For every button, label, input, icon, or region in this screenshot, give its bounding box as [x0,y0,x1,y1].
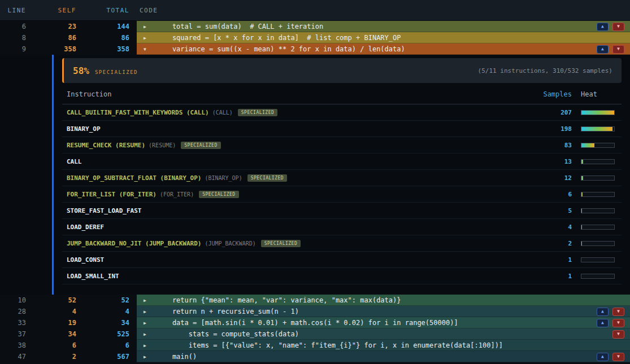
code-cell[interactable]: ▶ return n + recursive_sum(n - 1)▲▼ [137,306,630,317]
self-sample-count: 2 [31,351,81,362]
source-code-text: items = [{"value": x, "name": f"item_{i}… [156,341,503,349]
line-number: 8 [0,32,31,43]
code-row-line-9: 9358358▼ variance = sum((x - mean) ** 2 … [0,43,630,55]
instruction-row: CALL13 [62,154,622,170]
expand-row-icon[interactable]: ▶ [144,343,151,348]
heat-cell [572,110,617,115]
line-number: 9 [0,43,31,55]
row-nav-buttons: ▲▼ [597,319,630,327]
self-sample-count: 86 [31,32,81,43]
instruction-row: BINARY_OP198 [62,121,622,137]
code-rows-top: 623144▶ total = sum(data) # CALL + itera… [0,21,630,55]
heat-bar [581,159,615,164]
instruction-base-opcode: (FOR_ITER) [160,191,194,198]
line-number: 33 [0,317,31,328]
total-sample-count: 358 [81,43,133,55]
heat-bar [581,241,615,246]
expand-row-icon[interactable]: ▶ [144,309,151,314]
instruction-name: LOAD_SMALL_INT [67,273,119,280]
heat-cell [572,208,617,213]
self-sample-count: 6 [31,340,81,351]
heat-cell [572,225,617,230]
instruction-row: STORE_FAST_LOAD_FAST5 [62,203,622,219]
heat-cell [572,257,617,262]
heat-bar [581,225,615,230]
line-number: 10 [0,295,31,306]
expand-row-icon[interactable]: ▶ [144,298,151,303]
instruction-sample-count: 83 [527,142,572,149]
total-sample-count: 567 [81,351,133,362]
instruction-name: CALL_BUILTIN_FAST_WITH_KEYWORDS (CALL) [67,109,209,116]
code-cell[interactable]: ▶ total = sum(data) # CALL + iteration▲▼ [137,21,630,32]
heat-cell [572,126,617,131]
expand-row-icon[interactable]: ▶ [144,36,151,41]
jump-to-callee-button[interactable]: ▼ [612,23,624,31]
code-cell[interactable]: ▶ stats = compute_stats(data)▼ [137,328,630,340]
total-sample-count: 144 [81,21,133,32]
expand-row-icon[interactable]: ▶ [144,321,151,326]
specialized-percent: 58% [73,65,89,76]
source-code-text: return {"mean": mean, "var": variance, "… [156,296,401,304]
instruction-row: JUMP_BACKWARD_NO_JIT (JUMP_BACKWARD)(JUM… [62,235,622,252]
self-sample-count: 4 [31,306,81,317]
instruction-sample-count: 2 [527,240,572,247]
instruction-name: FOR_ITER_LIST (FOR_ITER) [67,191,157,198]
heat-cell [572,159,617,164]
column-header-total: TOTAL [81,7,133,14]
code-cell[interactable]: ▶ return {"mean": mean, "var": variance,… [137,295,630,306]
total-sample-count: 52 [81,295,133,306]
jump-to-caller-button[interactable]: ▲ [597,353,609,361]
specialized-badge: SPECIALIZED [261,240,301,247]
expand-row-icon[interactable]: ▶ [144,332,151,337]
jump-to-callee-button[interactable]: ▼ [612,45,624,54]
jump-to-callee-button[interactable]: ▼ [612,308,624,316]
jump-to-callee-button[interactable]: ▼ [612,353,624,361]
instruction-sample-count: 6 [527,191,572,198]
code-cell[interactable]: ▶ main()▲▼ [137,351,630,362]
expand-row-icon[interactable]: ▶ [144,24,151,29]
heat-bar [581,126,615,131]
instruction-name: JUMP_BACKWARD_NO_JIT (JUMP_BACKWARD) [67,240,201,247]
source-code-text: return n + recursive_sum(n - 1) [156,308,299,315]
instruction-table-body: CALL_BUILTIN_FAST_WITH_KEYWORDS (CALL)(C… [62,104,622,284]
jump-to-caller-button[interactable]: ▲ [597,45,609,54]
jump-to-caller-button[interactable]: ▲ [597,308,609,316]
instruction-panel-body: 58% SPECIALIZED (5/11 instructions, 310/… [62,58,622,289]
code-cell[interactable]: ▶ data = [math.sin(i * 0.01) + math.cos(… [137,317,630,328]
instruction-row: LOAD_SMALL_INT1 [62,268,622,284]
summary-counts: (5/11 instructions, 310/532 samples) [478,67,612,74]
jump-to-caller-button[interactable]: ▲ [597,319,609,327]
total-sample-count: 525 [81,328,133,340]
instruction-sample-count: 4 [527,223,572,231]
instruction-base-opcode: (BINARY_OP) [205,175,242,181]
instruction-sample-count: 13 [527,158,572,165]
header-instruction: Instruction [67,90,527,98]
collapse-row-icon[interactable]: ▼ [144,47,151,52]
row-nav-buttons: ▲▼ [597,23,630,31]
code-cell[interactable]: ▶ items = [{"value": x, "name": f"item_{… [137,340,630,351]
code-cell[interactable]: ▶ squared = [x * x for x in data] # list… [137,32,630,43]
expansion-connector-line [52,55,54,295]
line-number: 47 [0,351,31,362]
specialization-summary: 58% SPECIALIZED (5/11 instructions, 310/… [62,58,622,83]
self-sample-count: 52 [31,295,81,306]
instruction-sample-count: 198 [527,125,572,133]
instruction-row: RESUME_CHECK (RESUME)(RESUME)SPECIALIZED… [62,137,622,154]
heat-bar [581,176,615,181]
source-code-text: squared = [x * x for x in data] # list c… [156,34,401,42]
instruction-name: RESUME_CHECK (RESUME) [67,142,145,149]
heat-cell [572,143,617,148]
code-row-line-6: 623144▶ total = sum(data) # CALL + itera… [0,21,630,32]
column-header-row: LINE SELF TOTAL CODE [0,0,630,21]
source-code-text: data = [math.sin(i * 0.01) + math.cos(i … [156,319,458,327]
expand-row-icon[interactable]: ▶ [144,354,151,359]
jump-to-caller-button[interactable]: ▲ [597,23,609,31]
jump-to-callee-button[interactable]: ▼ [612,330,624,339]
code-cell[interactable]: ▼ variance = sum((x - mean) ** 2 for x i… [137,43,630,55]
instruction-sample-count: 1 [527,273,572,280]
heat-bar-fill [581,242,582,245]
header-heat: Heat [572,90,617,98]
jump-to-callee-button[interactable]: ▼ [612,319,624,327]
instruction-table-header: Instruction Samples Heat [62,83,622,104]
heat-bar [581,143,615,148]
